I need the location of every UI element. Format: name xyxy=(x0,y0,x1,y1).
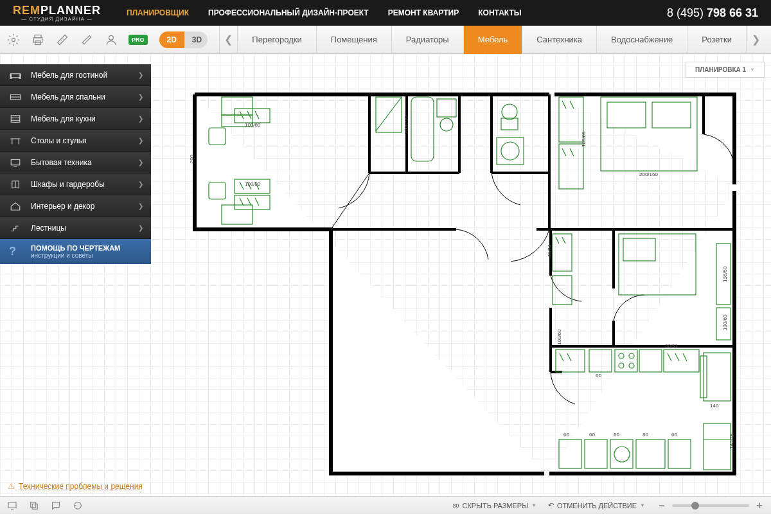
tools-icon[interactable] xyxy=(80,33,94,47)
table-icon xyxy=(9,136,22,145)
svg-text:100/80: 100/80 xyxy=(245,122,261,128)
svg-rect-5 xyxy=(11,73,21,77)
tab-plumbing[interactable]: Сантехника xyxy=(522,26,596,54)
gear-icon[interactable] xyxy=(6,33,21,47)
question-icon: ? xyxy=(9,245,22,258)
stairs-icon xyxy=(9,224,22,233)
svg-rect-110 xyxy=(32,504,37,509)
svg-text:165/68: 165/68 xyxy=(581,131,587,147)
zoom-out-button[interactable]: – xyxy=(657,500,667,511)
hide-sizes-button[interactable]: 80СКРЫТЬ РАЗМЕРЫ▼ xyxy=(452,502,536,510)
chevron-right-icon: ❯ xyxy=(138,224,143,231)
house-icon xyxy=(9,202,22,211)
wardrobe-icon xyxy=(9,180,22,189)
svg-text:200/110: 200/110 xyxy=(403,116,409,134)
chevron-right-icon: ❯ xyxy=(138,159,143,166)
sidebar-item-living[interactable]: Мебель для гостиной❯ xyxy=(0,64,151,86)
drawers-icon xyxy=(9,114,22,123)
nav-design[interactable]: ПРОФЕССИОНАЛЬНЫЙ ДИЗАЙН-ПРОЕКТ xyxy=(208,8,369,17)
chevron-right-icon: ❯ xyxy=(138,181,143,188)
bed-icon xyxy=(9,93,22,102)
logo[interactable]: REMPLANNER — СТУДИЯ ДИЗАЙНА — xyxy=(13,4,101,22)
svg-text:80/51: 80/51 xyxy=(665,343,678,349)
svg-text:60: 60 xyxy=(563,432,569,438)
view-3d-button[interactable]: 3D xyxy=(184,31,208,48)
sidebar-item-wardrobes[interactable]: Шкафы и гардеробы❯ xyxy=(0,173,151,195)
svg-text:60: 60 xyxy=(589,432,595,438)
chevron-right-icon: ❯ xyxy=(138,93,143,100)
svg-text:140/78: 140/78 xyxy=(729,433,734,449)
svg-text:60: 60 xyxy=(596,373,601,378)
sidebar-item-bedroom[interactable]: Мебель для спальни❯ xyxy=(0,86,151,108)
chevron-right-icon: ❯ xyxy=(138,137,143,144)
svg-rect-16 xyxy=(11,159,20,164)
svg-rect-65 xyxy=(623,238,655,261)
nav-contacts[interactable]: КОНТАКТЫ xyxy=(478,8,521,17)
svg-rect-51 xyxy=(437,99,456,117)
tab-sockets[interactable]: Розетки xyxy=(687,26,747,54)
tab-walls[interactable]: Перегородки xyxy=(237,26,315,54)
tab-scroll-right[interactable]: ❯ xyxy=(747,26,765,54)
header: REMPLANNER — СТУДИЯ ДИЗАЙНА — ПЛАНИРОВЩИ… xyxy=(0,0,771,26)
nav-planner[interactable]: ПЛАНИРОВЩИК xyxy=(127,8,189,17)
sidebar-item-stairs[interactable]: Лестницы❯ xyxy=(0,217,151,239)
toolbar: PRO 2D 3D ❮ Перегородки Помещения Радиат… xyxy=(0,26,771,54)
svg-text:130/60: 130/60 xyxy=(722,314,728,330)
svg-rect-111 xyxy=(31,502,36,507)
person-icon[interactable] xyxy=(104,33,118,47)
zoom-slider[interactable] xyxy=(672,504,749,507)
sidebar-item-appliances[interactable]: Бытовая техника❯ xyxy=(0,152,151,173)
svg-text:60: 60 xyxy=(671,432,677,438)
main-nav: ПЛАНИРОВЩИК ПРОФЕССИОНАЛЬНЫЙ ДИЗАЙН-ПРОЕ… xyxy=(127,8,521,17)
copy-icon[interactable] xyxy=(28,500,40,511)
zoom-in-button[interactable]: + xyxy=(754,500,765,511)
svg-text:200/160: 200/160 xyxy=(639,172,658,177)
svg-line-23 xyxy=(331,173,369,229)
svg-text:200: 200 xyxy=(190,154,195,163)
svg-point-52 xyxy=(440,118,453,131)
tab-rooms[interactable]: Помещения xyxy=(316,26,391,54)
tab-furniture[interactable]: Мебель xyxy=(463,26,522,54)
sidebar: Мебель для гостиной❯ Мебель для спальни❯… xyxy=(0,64,151,264)
undo-button[interactable]: ↶ОТМЕНИТЬ ДЕЙСТВИЕ▼ xyxy=(548,501,645,510)
tabs: ❮ Перегородки Помещения Радиаторы Мебель… xyxy=(219,26,765,54)
nav-repair[interactable]: РЕМОНТ КВАРТИР xyxy=(388,8,459,17)
view-2d-button[interactable]: 2D xyxy=(159,31,184,48)
tab-radiators[interactable]: Радиаторы xyxy=(391,26,463,54)
tab-water[interactable]: Водоснабжение xyxy=(596,26,687,54)
sidebar-item-kitchen[interactable]: Мебель для кухни❯ xyxy=(0,108,151,130)
refresh-icon[interactable] xyxy=(72,500,84,511)
plan-selector[interactable]: ПЛАНИРОВКА 1▼ xyxy=(686,62,765,78)
svg-rect-71 xyxy=(589,350,612,372)
bottombar: 80СКРЫТЬ РАЗМЕРЫ▼ ↶ОТМЕНИТЬ ДЕЙСТВИЕ▼ – … xyxy=(0,496,771,514)
svg-rect-57 xyxy=(497,137,524,164)
chat-icon[interactable] xyxy=(50,500,62,511)
svg-rect-67 xyxy=(553,276,572,305)
svg-rect-50 xyxy=(411,97,434,161)
sidebar-item-tables[interactable]: Столы и стулья❯ xyxy=(0,130,151,152)
warning-icon: ⚠ xyxy=(8,482,15,491)
svg-text:100/80: 100/80 xyxy=(245,181,261,187)
svg-text:80: 80 xyxy=(642,432,648,438)
svg-text:60: 60 xyxy=(614,432,619,438)
workspace: Мебель для гостиной❯ Мебель для спальни❯… xyxy=(0,54,771,514)
chevron-down-icon: ▼ xyxy=(531,502,536,508)
phone: 8 (495) 798 66 31 xyxy=(667,6,758,20)
print-icon[interactable] xyxy=(31,33,45,47)
pro-badge[interactable]: PRO xyxy=(128,35,148,45)
ruler-icon[interactable] xyxy=(55,33,69,47)
svg-line-54 xyxy=(376,97,402,131)
sidebar-item-decor[interactable]: Интерьер и декор❯ xyxy=(0,195,151,217)
zoom-control: – + xyxy=(657,500,765,511)
chevron-down-icon: ▼ xyxy=(750,67,755,73)
chevron-right-icon: ❯ xyxy=(138,115,143,122)
chevron-right-icon: ❯ xyxy=(138,71,143,78)
tab-scroll-left[interactable]: ❮ xyxy=(219,26,237,54)
screen-icon[interactable] xyxy=(6,500,18,511)
tech-issues-link[interactable]: ⚠ Технические проблемы и решения xyxy=(8,482,143,491)
tv-icon xyxy=(9,158,22,167)
help-button[interactable]: ? ПОМОЩЬ ПО ЧЕРТЕЖАМинструкции и советы xyxy=(0,239,151,264)
svg-point-0 xyxy=(12,38,15,41)
svg-rect-108 xyxy=(8,502,16,508)
floorplan[interactable]: 100/80 100/80 200/110 200/160 165/68 135… xyxy=(190,89,742,481)
